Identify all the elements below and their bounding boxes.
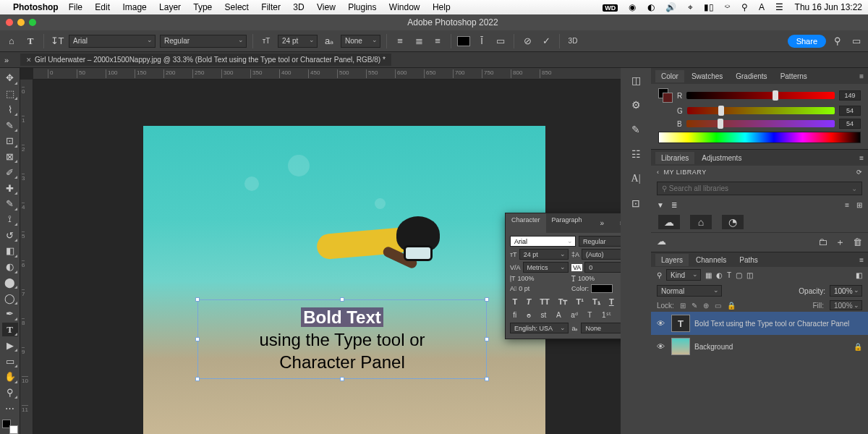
- text-selection-box[interactable]: Bold Text using the Type tool or Charact…: [197, 299, 487, 379]
- warp-text-icon[interactable]: Ī: [475, 34, 489, 48]
- lock-pixel-icon[interactable]: ⊞: [680, 302, 686, 310]
- panel-menu-icon[interactable]: ≡: [614, 216, 621, 230]
- tab-libraries[interactable]: Libraries: [655, 152, 694, 164]
- antialias-select[interactable]: None: [341, 35, 380, 48]
- font-size-select[interactable]: 24 pt: [278, 35, 318, 48]
- menu-edit[interactable]: Edit: [95, 2, 110, 12]
- eraser-tool[interactable]: ◧: [2, 244, 18, 258]
- stylistic-icon[interactable]: st: [541, 311, 547, 319]
- move-tool[interactable]: ✥: [2, 71, 18, 85]
- faux-italic[interactable]: T: [526, 297, 531, 307]
- close-tab-icon[interactable]: ✕: [26, 56, 32, 64]
- tab-character[interactable]: Character: [506, 213, 546, 233]
- library-search[interactable]: ⚲ Search all libraries ⌄: [657, 182, 862, 195]
- menu-filter[interactable]: Filter: [261, 2, 281, 12]
- menu-help[interactable]: Help: [433, 2, 451, 12]
- cloud-icon[interactable]: ☁: [657, 236, 666, 249]
- char-leading-select[interactable]: (Auto): [582, 249, 621, 260]
- menu-3d[interactable]: 3D: [293, 2, 304, 12]
- tab-paths[interactable]: Paths: [733, 254, 764, 266]
- small-caps[interactable]: Tᴛ: [558, 297, 568, 307]
- menu-select[interactable]: Select: [225, 2, 249, 12]
- horizontal-ruler[interactable]: 0 50 100 150 200 250 300 350 400 450 500…: [33, 68, 621, 80]
- menu-image[interactable]: Image: [122, 2, 146, 12]
- share-library-icon[interactable]: ⟳: [856, 169, 863, 176]
- list-view-icon[interactable]: ≡: [845, 201, 849, 209]
- orientation-icon[interactable]: ↧T: [50, 34, 64, 48]
- char-font-select[interactable]: Arial: [510, 236, 576, 247]
- share-button[interactable]: Share: [788, 35, 826, 48]
- stamp-tool[interactable]: ⟟: [2, 213, 18, 227]
- lock-all-icon[interactable]: 🔒: [727, 302, 736, 310]
- document-tab[interactable]: ✕ Girl Underwater – 2000x1500Nappy.jpg @…: [20, 54, 391, 66]
- quick-select-tool[interactable]: ✎: [2, 118, 18, 132]
- glyphs-icon[interactable]: A|: [627, 171, 644, 187]
- crop-tool[interactable]: ⊡: [2, 134, 18, 148]
- superscript[interactable]: T¹: [576, 297, 584, 307]
- char-kerning-select[interactable]: Metrics: [523, 262, 569, 273]
- tab-color[interactable]: Color: [655, 70, 684, 82]
- circle-icon[interactable]: ◐: [647, 2, 655, 12]
- hand-tool[interactable]: ✋: [2, 370, 18, 384]
- layer-row-text[interactable]: 👁 T Bold Text using the Type tool or Cha…: [651, 312, 868, 335]
- oldstyle-icon[interactable]: ɵ: [527, 311, 531, 319]
- filter-smart-icon[interactable]: ◫: [746, 271, 753, 279]
- healing-tool[interactable]: ✚: [2, 181, 18, 195]
- character-panel-icon[interactable]: ▭: [493, 34, 508, 48]
- subscript[interactable]: T₁: [592, 297, 600, 307]
- b-value[interactable]: 54: [839, 119, 861, 129]
- tab-swatches[interactable]: Swatches: [686, 70, 728, 82]
- zoom-tool[interactable]: ⚲: [2, 386, 18, 400]
- g-slider[interactable]: [687, 107, 835, 114]
- faux-bold[interactable]: T: [513, 297, 518, 307]
- volume-icon[interactable]: 🔊: [665, 2, 676, 12]
- align-center-icon[interactable]: ≣: [412, 34, 426, 48]
- filter-toggle[interactable]: ◧: [856, 271, 862, 279]
- back-icon[interactable]: ‹: [657, 169, 660, 176]
- tab-channels[interactable]: Channels: [690, 254, 732, 266]
- app-name[interactable]: Photoshop: [13, 2, 59, 12]
- swash-icon[interactable]: T: [587, 311, 592, 319]
- vertical-ruler[interactable]: 0 1 2 3 4 5 6 7 8 9 10 11: [20, 80, 33, 434]
- tab-layers[interactable]: Layers: [655, 254, 689, 266]
- blur-tool[interactable]: ⬤: [2, 276, 18, 290]
- frame-tool[interactable]: ⊠: [2, 150, 18, 164]
- ligatures-icon[interactable]: fi: [513, 311, 516, 319]
- spectrum-picker[interactable]: [658, 132, 861, 143]
- document-canvas[interactable]: Bold Text using the Type tool or Charact…: [143, 126, 545, 434]
- edit-toolbar[interactable]: ⋯: [2, 401, 18, 415]
- align-left-icon[interactable]: ≡: [393, 34, 407, 48]
- workspace-icon[interactable]: ▭: [849, 34, 864, 48]
- history-brush-tool[interactable]: ↺: [2, 228, 18, 242]
- library-name[interactable]: MY LIBRARY: [664, 169, 707, 176]
- pen-tool[interactable]: ✒: [2, 307, 18, 321]
- panel-menu-icon[interactable]: ≡: [854, 70, 868, 82]
- fractions-icon[interactable]: 1ˢᵗ: [602, 311, 611, 319]
- filter-adjust-icon[interactable]: ◐: [716, 271, 723, 279]
- marquee-tool[interactable]: ⬚: [2, 87, 18, 101]
- tab-adjustments-2[interactable]: Adjustments: [696, 152, 747, 164]
- tab-gradients[interactable]: Gradients: [730, 70, 773, 82]
- history-icon[interactable]: ◫: [627, 72, 644, 88]
- rectangle-tool[interactable]: ▭: [2, 354, 18, 368]
- brushes-icon[interactable]: ✎: [627, 122, 644, 137]
- g-value[interactable]: 54: [839, 106, 861, 116]
- minimize-window-button[interactable]: [17, 19, 25, 26]
- font-weight-select[interactable]: Regular: [160, 35, 247, 48]
- commit-icon[interactable]: ✓: [539, 34, 553, 48]
- filter-shape-icon[interactable]: ▢: [736, 271, 742, 279]
- r-slider[interactable]: [686, 92, 835, 99]
- filter-icon[interactable]: ▼: [657, 201, 664, 209]
- opacity-select[interactable]: 100%: [830, 285, 862, 297]
- language-select[interactable]: English: USA: [510, 323, 569, 333]
- lasso-tool[interactable]: ⌇: [2, 102, 18, 116]
- char-weight-select[interactable]: Regular: [579, 236, 621, 247]
- search-icon[interactable]: ⚲: [830, 34, 845, 48]
- char-vscale-value[interactable]: 100%: [518, 275, 535, 282]
- char-color-swatch[interactable]: [591, 284, 613, 293]
- char-tracking-select[interactable]: 0: [584, 262, 621, 273]
- ordinals-icon[interactable]: aᵈ: [571, 311, 578, 319]
- collapse-panel-icon[interactable]: »: [595, 216, 610, 230]
- underline[interactable]: T: [609, 297, 614, 307]
- filter-type-icon[interactable]: T: [727, 271, 731, 279]
